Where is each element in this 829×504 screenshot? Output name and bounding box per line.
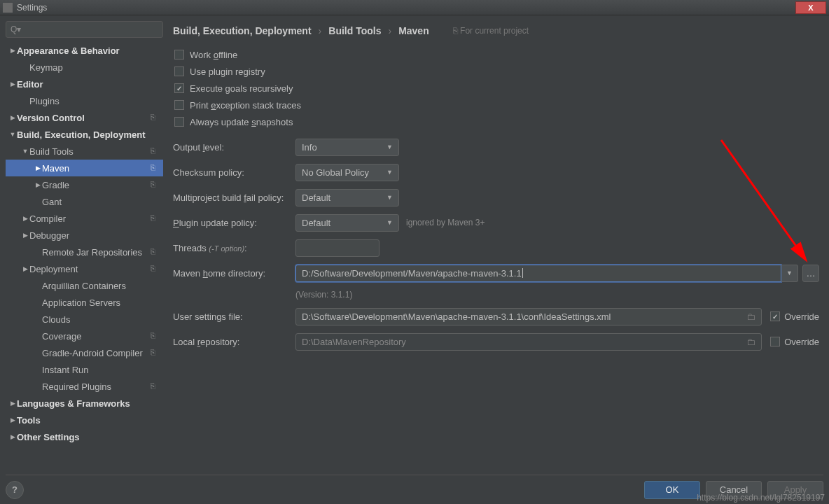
checkbox[interactable] <box>174 50 184 59</box>
tree-other[interactable]: ▶Other Settings <box>6 428 163 445</box>
sidebar: Q▾ ▶Appearance & Behavior Keymap ▶Editor… <box>6 21 163 466</box>
work-offline-row[interactable]: Work offline <box>174 46 819 63</box>
tree-coverage[interactable]: Coverage⎘ <box>6 328 163 344</box>
output-level-label: Output level: <box>173 142 295 153</box>
ok-button[interactable]: OK <box>644 481 700 499</box>
multiproject-dropdown[interactable]: Default▼ <box>295 189 399 206</box>
local-repo-label: Local repository: <box>173 337 295 347</box>
search-icon: Q▾ <box>11 24 21 34</box>
tree-remote-jar[interactable]: Remote Jar Repositories⎘ <box>6 244 163 260</box>
breadcrumb: Build, Execution, Deployment › Build Too… <box>173 21 819 41</box>
local-repo-override[interactable]: Override <box>770 337 819 347</box>
close-button[interactable]: X <box>795 1 826 14</box>
tree-instant-run[interactable]: Instant Run <box>6 361 163 378</box>
search-input[interactable]: Q▾ <box>6 21 163 38</box>
app-icon <box>3 3 13 13</box>
plugin-update-label: Plugin update policy: <box>173 218 295 228</box>
watermark: https://blog.csdn.net/lgl782519197 <box>697 493 825 503</box>
crumb-bed[interactable]: Build, Execution, Deployment <box>173 25 312 36</box>
tree-appearance[interactable]: ▶Appearance & Behavior <box>6 42 163 59</box>
tree-bed[interactable]: ▼Build, Execution, Deployment <box>6 126 163 143</box>
execute-goals-row[interactable]: Execute goals recursively <box>174 80 819 97</box>
chevron-down-icon: ▼ <box>386 219 393 226</box>
checkbox[interactable] <box>174 66 184 76</box>
copy-icon: ⎘ <box>151 113 160 122</box>
copy-icon: ⎘ <box>151 382 160 391</box>
tree-build-tools[interactable]: ▼Build Tools⎘ <box>6 143 163 160</box>
local-repo-input[interactable]: D:\Data\MavenRepository🗀 <box>295 333 762 351</box>
threads-label: Threads (-T option): <box>173 243 295 253</box>
chevron-down-icon: ▼ <box>386 144 393 150</box>
checkbox[interactable] <box>770 312 780 321</box>
plugin-update-hint: ignored by Maven 3+ <box>406 218 485 227</box>
tree-gradle[interactable]: ▶Gradle⎘ <box>6 176 163 193</box>
breadcrumb-sep: › <box>319 25 322 36</box>
copy-icon: ⎘ <box>151 348 160 358</box>
checksum-dropdown[interactable]: No Global Policy▼ <box>295 164 399 181</box>
tree-maven[interactable]: ▶Maven⎘ <box>6 160 163 176</box>
breadcrumb-sep: › <box>388 25 391 36</box>
output-level-dropdown[interactable]: Info▼ <box>295 139 399 156</box>
threads-input[interactable] <box>295 239 379 257</box>
copy-icon: ⎘ <box>151 331 160 341</box>
tree-version-control[interactable]: ▶Version Control⎘ <box>6 109 163 126</box>
checkbox[interactable] <box>174 100 184 110</box>
titlebar: Settings X <box>0 0 829 15</box>
maven-home-label: Maven home directory: <box>173 268 295 279</box>
tree-tools[interactable]: ▶Tools <box>6 412 163 428</box>
tree-keymap[interactable]: Keymap <box>6 59 163 76</box>
tree-debugger[interactable]: ▶Debugger <box>6 227 163 244</box>
folder-icon[interactable]: 🗀 <box>743 312 755 322</box>
crumb-buildtools[interactable]: Build Tools <box>328 25 381 36</box>
always-update-row[interactable]: Always update snapshots <box>174 113 819 130</box>
copy-icon: ⎘ <box>151 264 160 274</box>
tree-app-servers[interactable]: Application Servers <box>6 294 163 311</box>
use-plugin-registry-row[interactable]: Use plugin registry <box>174 63 819 80</box>
user-settings-input[interactable]: D:\Software\Development\Maven\apache-mav… <box>295 308 762 326</box>
tree-compiler[interactable]: ▶Compiler⎘ <box>6 210 163 227</box>
copy-icon: ⎘ <box>151 214 160 223</box>
user-settings-label: User settings file: <box>173 312 295 322</box>
chevron-down-icon: ▼ <box>386 169 393 176</box>
copy-icon: ⎘ <box>151 163 160 173</box>
tree-deployment[interactable]: ▶Deployment⎘ <box>6 260 163 277</box>
tree-gradle-android[interactable]: Gradle-Android Compiler⎘ <box>6 344 163 361</box>
copy-icon: ⎘ <box>151 146 160 156</box>
tree-gant[interactable]: Gant <box>6 193 163 210</box>
print-exception-row[interactable]: Print exception stack traces <box>174 97 819 113</box>
maven-home-input[interactable]: D:/Software/Development/Maven/apache-mav… <box>295 265 781 282</box>
maven-version-label: (Version: 3.1.1) <box>295 290 352 300</box>
chevron-down-icon: ▼ <box>386 194 393 201</box>
user-settings-override[interactable]: Override <box>770 312 819 322</box>
settings-tree: ▶Appearance & Behavior Keymap ▶Editor Pl… <box>6 42 163 466</box>
tree-required-plugins[interactable]: Required Plugins⎘ <box>6 378 163 395</box>
project-scope-hint: ⎘ For current project <box>453 26 529 36</box>
maven-home-dropdown-button[interactable]: ▼ <box>781 265 798 282</box>
crumb-maven: Maven <box>398 25 429 36</box>
tree-plugins[interactable]: Plugins <box>6 92 163 109</box>
tree-editor[interactable]: ▶Editor <box>6 76 163 92</box>
help-button[interactable]: ? <box>6 481 24 499</box>
content-panel: Build, Execution, Deployment › Build Too… <box>169 21 823 466</box>
folder-icon[interactable]: 🗀 <box>743 337 755 347</box>
checkbox[interactable] <box>174 117 184 127</box>
checksum-label: Checksum policy: <box>173 167 295 178</box>
multiproject-label: Multiproject build fail policy: <box>173 192 295 203</box>
tree-arquillian[interactable]: Arquillian Containers <box>6 277 163 294</box>
tree-clouds[interactable]: Clouds <box>6 311 163 328</box>
checkbox[interactable] <box>770 337 780 346</box>
checkbox[interactable] <box>174 83 184 93</box>
copy-icon: ⎘ <box>151 180 160 190</box>
copy-icon: ⎘ <box>151 247 160 257</box>
window-title: Settings <box>17 3 795 13</box>
plugin-update-dropdown[interactable]: Default▼ <box>295 214 399 232</box>
tree-languages[interactable]: ▶Languages & Frameworks <box>6 395 163 412</box>
maven-home-browse-button[interactable]: … <box>802 265 819 282</box>
